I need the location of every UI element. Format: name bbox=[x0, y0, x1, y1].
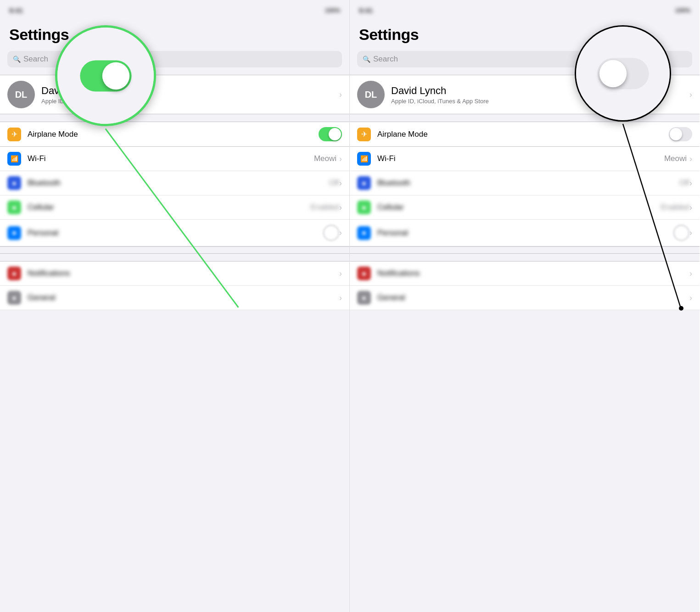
blurred-content-2-left: Cellular bbox=[28, 203, 311, 212]
blurred-content-4-left: Notifications bbox=[28, 269, 339, 278]
blurred-row-4-right[interactable]: ■ Notifications › bbox=[350, 261, 700, 286]
wifi-icon-right: 📶 bbox=[357, 152, 371, 166]
blurred-icon-5-right: ■ bbox=[357, 291, 371, 305]
status-time-right: 9:41 bbox=[359, 6, 373, 14]
profile-row-left[interactable]: DL David Lynch Apple ID, iCloud, iTunes … bbox=[0, 75, 349, 114]
settings-list-2-left: ■ Notifications › ■ General › bbox=[0, 261, 349, 310]
blurred-content-2-right: Cellular bbox=[377, 203, 661, 212]
magnifier-circle-left bbox=[55, 25, 156, 126]
airplane-row-left[interactable]: ✈ Airplane Mode bbox=[0, 122, 349, 147]
wifi-chevron-left: › bbox=[339, 154, 342, 164]
blurred-icon-4-right: ■ bbox=[357, 267, 371, 280]
search-placeholder-right: Search bbox=[373, 55, 398, 64]
settings-title-left: Settings bbox=[9, 26, 340, 44]
status-indicators-left: 100% bbox=[325, 7, 340, 14]
blurred-content-1-left: Bluetooth bbox=[28, 178, 329, 188]
blurred-icon-3-right: ■ bbox=[357, 226, 371, 240]
blurred-icon-2-right: ■ bbox=[357, 200, 371, 214]
avatar-left: DL bbox=[7, 81, 35, 108]
wifi-value-right: Meowi bbox=[664, 154, 687, 163]
settings-list-left: ✈ Airplane Mode 📶 Wi-Fi Meowi › ■ Blueto… bbox=[0, 122, 349, 246]
magnifier-toggle-left bbox=[80, 60, 131, 91]
status-time-left: 9:41 bbox=[9, 6, 23, 14]
chevron-4-left: › bbox=[339, 269, 342, 278]
blurred-icon-5-left: ■ bbox=[7, 291, 21, 305]
wifi-label-left: Wi-Fi bbox=[28, 154, 314, 163]
chevron-3-left: › bbox=[339, 228, 342, 238]
wifi-symbol-right: 📶 bbox=[360, 155, 368, 162]
magnifier-circle-right bbox=[575, 25, 671, 122]
search-icon-left: 🔍 bbox=[13, 56, 21, 63]
profile-chevron-right: › bbox=[689, 90, 692, 100]
airplane-toggle-right[interactable] bbox=[669, 127, 692, 141]
blurred-row-1-left[interactable]: ■ Bluetooth Off › bbox=[0, 171, 349, 195]
airplane-label-left: Airplane Mode bbox=[28, 130, 319, 139]
avatar-right: DL bbox=[357, 81, 385, 108]
blurred-content-3-left: Personal bbox=[28, 228, 323, 238]
chevron-1-left: › bbox=[339, 178, 342, 188]
blurred-row-5-left[interactable]: ■ General › bbox=[0, 286, 349, 310]
airplane-icon-left: ✈ bbox=[7, 128, 21, 141]
blurred-content-4-right: Notifications bbox=[377, 269, 689, 278]
airplane-row-right[interactable]: ✈ Airplane Mode bbox=[350, 122, 700, 147]
blurred-row-3-right[interactable]: ■ Personal › bbox=[350, 220, 700, 246]
magnifier-knob-left bbox=[102, 62, 129, 89]
status-indicators-right: 100% bbox=[675, 7, 690, 14]
airplane-label-right: Airplane Mode bbox=[377, 130, 669, 139]
airplane-symbol-right: ✈ bbox=[361, 130, 367, 139]
blurred-content-5-left: General bbox=[28, 293, 339, 302]
profile-chevron-left: › bbox=[339, 90, 342, 100]
blurred-icon-3-left: ■ bbox=[7, 226, 21, 240]
status-bar-right: 9:41 100% bbox=[350, 0, 700, 20]
status-battery-right: 100% bbox=[675, 7, 690, 14]
wifi-chevron-right: › bbox=[689, 154, 692, 164]
wifi-label-right: Wi-Fi bbox=[377, 154, 664, 163]
blurred-content-1-right: Bluetooth bbox=[377, 178, 679, 188]
toggle-knob-left bbox=[329, 128, 341, 140]
airplane-symbol-left: ✈ bbox=[11, 130, 17, 139]
wifi-icon-left: 📶 bbox=[7, 152, 21, 166]
search-icon-right: 🔍 bbox=[363, 56, 370, 63]
wifi-row-left[interactable]: 📶 Wi-Fi Meowi › bbox=[0, 147, 349, 171]
status-battery-left: 100% bbox=[325, 7, 340, 14]
blurred-content-5-right: General bbox=[377, 293, 689, 302]
settings-list-right: ✈ Airplane Mode 📶 Wi-Fi Meowi › ■ Blueto… bbox=[350, 122, 700, 246]
blurred-row-2-left[interactable]: ■ Cellular Enabled › bbox=[0, 195, 349, 220]
blurred-icon-2-left: ■ bbox=[7, 200, 21, 214]
wifi-value-left: Meowi bbox=[314, 154, 336, 163]
blurred-icon-1-right: ■ bbox=[357, 176, 371, 190]
blurred-row-1-right[interactable]: ■ Bluetooth Off › bbox=[350, 171, 700, 195]
blurred-row-3-left[interactable]: ■ Personal › bbox=[0, 220, 349, 246]
wifi-symbol-left: 📶 bbox=[11, 155, 18, 162]
settings-header-left: Settings bbox=[0, 20, 349, 47]
blurred-content-3-right: Personal bbox=[377, 228, 673, 238]
status-bar-left: 9:41 100% bbox=[0, 0, 349, 20]
blurred-row-4-left[interactable]: ■ Notifications › bbox=[0, 261, 349, 286]
left-panel: 9:41 100% Settings 🔍 Search DL David Lyn… bbox=[0, 0, 350, 612]
magnifier-toggle-right bbox=[597, 58, 649, 89]
airplane-toggle-left[interactable] bbox=[319, 127, 342, 141]
wifi-row-right[interactable]: 📶 Wi-Fi Meowi › bbox=[350, 147, 700, 171]
airplane-icon-right: ✈ bbox=[357, 128, 371, 141]
blurred-row-2-right[interactable]: ■ Cellular Enabled › bbox=[350, 195, 700, 220]
blurred-icon-4-left: ■ bbox=[7, 267, 21, 280]
toggle-knob-right bbox=[670, 128, 682, 140]
section-gap-left bbox=[0, 246, 349, 254]
chevron-2-left: › bbox=[339, 203, 342, 212]
search-placeholder-left: Search bbox=[23, 55, 48, 64]
blurred-row-5-right[interactable]: ■ General › bbox=[350, 286, 700, 310]
blurred-icon-1-left: ■ bbox=[7, 176, 21, 190]
settings-list-2-right: ■ Notifications › ■ General › bbox=[350, 261, 700, 310]
chevron-5-left: › bbox=[339, 293, 342, 303]
section-gap-right bbox=[350, 246, 700, 254]
right-panel: 9:41 100% Settings 🔍 Search DL David Lyn… bbox=[350, 0, 700, 612]
magnifier-knob-right bbox=[599, 60, 626, 87]
